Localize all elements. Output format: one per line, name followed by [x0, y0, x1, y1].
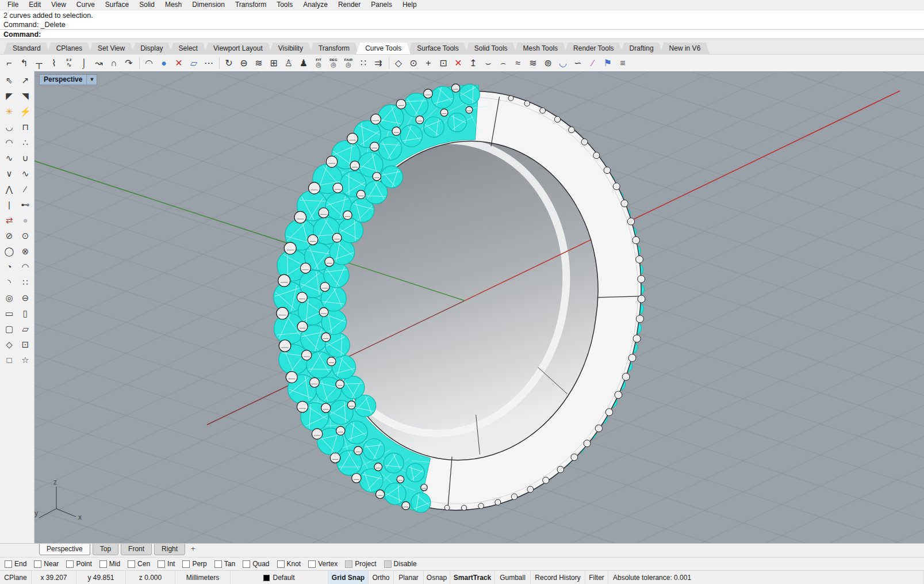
- rebuild-curve-icon[interactable]: ⌡: [76, 56, 91, 71]
- command-input[interactable]: Command:: [0, 29, 924, 39]
- tab-display[interactable]: Display: [131, 43, 172, 54]
- s-curve-icon[interactable]: ∿: [17, 166, 33, 181]
- flow-along-curve-icon[interactable]: ≋: [251, 56, 266, 71]
- blend-curve-icon[interactable]: ↰: [17, 56, 32, 71]
- insert-kink-icon[interactable]: ⌣: [481, 56, 496, 71]
- tab-set-view[interactable]: Set View: [89, 43, 134, 54]
- circle-square-icon[interactable]: ⊚: [540, 56, 555, 71]
- sketch-curves-icon[interactable]: ∿: [1, 150, 17, 166]
- menu-solid[interactable]: Solid: [134, 0, 160, 10]
- explode-puzzle-icon[interactable]: ✳: [1, 104, 17, 119]
- viewport-tab-perspective[interactable]: Perspective: [39, 544, 90, 555]
- menu-analyze[interactable]: Analyze: [298, 0, 333, 10]
- status-filter[interactable]: Filter: [585, 571, 608, 584]
- select-pointer-icon[interactable]: ⇖: [1, 72, 17, 88]
- menu-help[interactable]: Help: [397, 0, 422, 10]
- curvature-graph-icon[interactable]: ≋: [526, 56, 540, 71]
- extend-curve-icon[interactable]: ↷: [121, 56, 136, 71]
- annotate-flag-left-icon[interactable]: ◤: [1, 88, 17, 104]
- point-grid-icon[interactable]: ∷: [17, 274, 33, 290]
- tab-surface-tools[interactable]: Surface Tools: [408, 43, 468, 54]
- fit-curve-icon[interactable]: FIT◎: [311, 56, 326, 71]
- vertical-line-icon[interactable]: |: [1, 197, 17, 212]
- checkbox-near[interactable]: [34, 560, 41, 568]
- offset-on-surface-icon[interactable]: ▱: [186, 56, 201, 71]
- checkbox-cen[interactable]: [128, 560, 135, 568]
- status-smarttrack[interactable]: SmartTrack: [450, 571, 495, 584]
- checkbox-quad[interactable]: [243, 560, 250, 568]
- handlebar-editor-icon[interactable]: ⌢: [496, 56, 511, 71]
- arc-with-handles-icon[interactable]: ◠: [1, 135, 17, 150]
- sketch-curve-icon[interactable]: ∽: [570, 56, 585, 71]
- checkbox-knot[interactable]: [277, 560, 285, 568]
- change-degree-spiral-icon[interactable]: DEG◎: [326, 56, 341, 71]
- square-icon[interactable]: □: [1, 352, 17, 368]
- osnap-quad[interactable]: Quad: [243, 560, 269, 568]
- osnap-tan[interactable]: Tan: [214, 560, 235, 568]
- pullback-curve-icon[interactable]: ✕: [171, 56, 186, 71]
- status-default[interactable]: Default: [231, 571, 328, 584]
- curve-graph-mapper-icon[interactable]: ≡: [615, 56, 630, 71]
- add-control-point-icon[interactable]: +: [421, 56, 436, 71]
- checkbox-disable[interactable]: [384, 560, 392, 568]
- circle-deformable-icon[interactable]: ⊗: [17, 243, 33, 259]
- polygon-icon[interactable]: ◇: [1, 337, 17, 352]
- rectangle-corner-icon[interactable]: ▭: [1, 306, 17, 321]
- orient-perp-to-curve-icon[interactable]: ♟: [296, 56, 311, 71]
- viewport-tab-front[interactable]: Front: [121, 544, 152, 555]
- tab-viewport-layout[interactable]: Viewport Layout: [204, 43, 272, 54]
- tab-solid-tools[interactable]: Solid Tools: [465, 43, 517, 54]
- rectangle-deformable-icon[interactable]: ▱: [17, 321, 33, 337]
- osnap-point[interactable]: Point: [66, 560, 91, 568]
- menu-file[interactable]: File: [2, 0, 24, 10]
- fair-curve-icon[interactable]: ↝: [91, 56, 106, 71]
- arc-center-icon[interactable]: ◔: [1, 259, 17, 274]
- smooth-curve-icon[interactable]: ⚑: [600, 56, 615, 71]
- status-ortho[interactable]: Ortho: [369, 571, 394, 584]
- status-millimeters[interactable]: Millimeters: [175, 571, 231, 584]
- menu-render[interactable]: Render: [333, 0, 366, 10]
- cage-edit-icon[interactable]: ⊞: [266, 56, 281, 71]
- arc-blend-icon[interactable]: ∩: [106, 56, 121, 71]
- perspective-viewport[interactable]: zyx Perspective ▼: [34, 71, 924, 543]
- osnap-project[interactable]: Project: [345, 560, 376, 568]
- polyline-icon[interactable]: ⋀: [1, 181, 17, 197]
- tab-visibility[interactable]: Visibility: [269, 43, 312, 54]
- edit-point-grid-icon[interactable]: ∷: [356, 56, 371, 71]
- viewport-tab-right[interactable]: Right: [154, 544, 185, 555]
- fillet-curve-icon[interactable]: ⌐: [2, 56, 17, 71]
- checkbox-vertex[interactable]: [308, 560, 316, 568]
- circle-3point-icon[interactable]: ◯: [1, 243, 17, 259]
- osnap-vertex[interactable]: Vertex: [308, 560, 338, 568]
- menu-mesh[interactable]: Mesh: [160, 0, 187, 10]
- menu-transform[interactable]: Transform: [230, 0, 271, 10]
- surface-from-curves-icon[interactable]: ◡: [555, 56, 570, 71]
- checkbox-point[interactable]: [66, 560, 74, 568]
- tab-mesh-tools[interactable]: Mesh Tools: [514, 43, 567, 54]
- single-line-icon[interactable]: ∕: [17, 181, 33, 197]
- osnap-perp[interactable]: Perp: [182, 560, 206, 568]
- fair-spiral-icon[interactable]: FAIR◎: [341, 56, 356, 71]
- circle-radius-icon[interactable]: ⊘: [1, 228, 17, 243]
- status-osnap[interactable]: Osnap: [424, 571, 450, 584]
- tab-curve-tools[interactable]: Curve Tools: [356, 43, 411, 54]
- match-curve-icon[interactable]: ┬: [32, 56, 47, 71]
- edit-control-point-icon[interactable]: ⊡: [436, 56, 451, 71]
- tab-select[interactable]: Select: [170, 43, 207, 54]
- rectangle-3point-icon[interactable]: ▯: [17, 306, 33, 321]
- arc-3point-icon[interactable]: ◠: [17, 259, 33, 274]
- line-segment-icon[interactable]: ⊷: [17, 197, 33, 212]
- osnap-near[interactable]: Near: [34, 560, 59, 568]
- menu-view[interactable]: View: [46, 0, 71, 10]
- control-point-curve-icon[interactable]: ⊓: [17, 119, 33, 135]
- checkbox-mid[interactable]: [99, 560, 107, 568]
- star-icon[interactable]: ☆: [17, 352, 33, 368]
- spark-burst-icon[interactable]: ⚡: [17, 104, 33, 119]
- points-on-icon[interactable]: ⊙: [406, 56, 421, 71]
- adjust-closed-curve-icon[interactable]: ⌇: [47, 56, 62, 71]
- control-polygon-icon[interactable]: ◇: [391, 56, 406, 71]
- interpolate-curve-icon[interactable]: ∪: [17, 150, 33, 166]
- osnap-end[interactable]: End: [5, 560, 26, 568]
- curvature-circle-icon[interactable]: ≈: [511, 56, 526, 71]
- menu-tools[interactable]: Tools: [271, 0, 298, 10]
